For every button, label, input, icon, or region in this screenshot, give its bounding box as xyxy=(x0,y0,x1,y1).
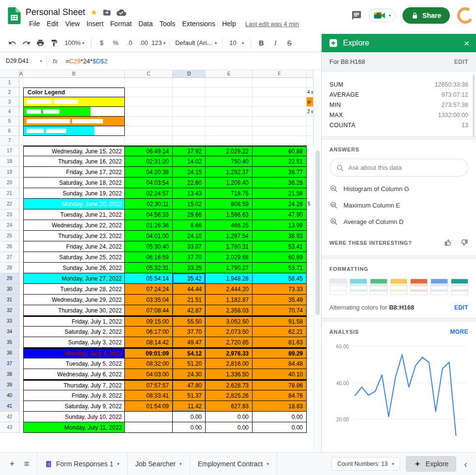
more-formats-button[interactable]: 123 ▾ xyxy=(151,37,165,49)
cell-e[interactable]: 2,029.68 xyxy=(206,252,253,263)
cell-g[interactable]: 5 xyxy=(307,199,313,209)
cell-d[interactable]: 0.00 xyxy=(173,412,206,422)
cell-c[interactable]: 04:03:00 xyxy=(125,369,173,380)
cell-d[interactable]: 24.15 xyxy=(173,167,206,178)
cell-e[interactable]: 466.25 xyxy=(206,220,253,231)
cell-f[interactable]: 53.41 xyxy=(253,241,307,252)
cell-g[interactable] xyxy=(307,156,313,167)
cell-d[interactable]: 11.42 xyxy=(173,401,206,412)
font-select[interactable]: Default (Ari... ▾ xyxy=(174,37,218,49)
cell-f[interactable]: 70.74 xyxy=(253,305,307,316)
cell[interactable] xyxy=(206,97,253,107)
cell-date[interactable]: Wednesday, June 15, 2022 xyxy=(23,146,125,156)
cell-date[interactable]: Sunday, June 19, 2022 xyxy=(23,188,125,199)
analysis-chart-card[interactable]: 60.0040.0020.00 xyxy=(329,341,468,436)
cell[interactable] xyxy=(125,88,173,97)
cell-e[interactable]: 2,029.22 xyxy=(206,146,253,156)
cell-d[interactable]: 29.66 xyxy=(173,209,206,220)
percent-format-button[interactable]: % xyxy=(109,37,122,49)
cell-d[interactable]: 8.66 xyxy=(173,220,206,231)
cell-date[interactable]: Friday, July 1, 2022 xyxy=(23,316,125,327)
cell-date[interactable]: Thursday, June 23, 2022 xyxy=(23,231,125,241)
cell-a[interactable] xyxy=(19,327,23,337)
cell-g[interactable] xyxy=(307,167,313,178)
cell-date[interactable]: Monday, July 4, 2022 xyxy=(23,348,125,358)
cell-date[interactable]: Thursday, July 7, 2022 xyxy=(23,380,125,390)
cell-d[interactable]: 37.92 xyxy=(173,146,206,156)
row-header[interactable]: 18 xyxy=(0,156,19,167)
cell-g[interactable] xyxy=(307,337,313,348)
cell-g[interactable]: 4 w xyxy=(307,88,313,97)
cell-c[interactable]: 07:24:24 xyxy=(125,284,173,295)
row-header[interactable]: 32 xyxy=(0,305,19,316)
cloud-saved-icon[interactable] xyxy=(117,8,126,17)
cell-date[interactable]: Monday, June 27, 2022 xyxy=(23,273,125,284)
cell-a[interactable] xyxy=(19,358,23,369)
cell-a[interactable] xyxy=(19,167,23,178)
cell-c[interactable]: 01:54:09 xyxy=(125,401,173,412)
cell-e[interactable]: 1,596.63 xyxy=(206,209,253,220)
cell-d[interactable]: 47.80 xyxy=(173,380,206,390)
row-header[interactable]: 33 xyxy=(0,316,19,327)
row-header[interactable]: 28 xyxy=(0,263,19,273)
cell-e[interactable]: 3,052.50 xyxy=(206,316,253,327)
cell[interactable] xyxy=(173,117,206,126)
menu-file[interactable]: File xyxy=(26,19,44,29)
paint-format-button[interactable] xyxy=(48,37,60,49)
increase-decimals-button[interactable]: .00 xyxy=(137,37,150,49)
cell-e[interactable]: 2,976.33 xyxy=(206,348,253,358)
row-header[interactable]: 3 xyxy=(0,97,19,107)
column-header-partial[interactable] xyxy=(307,70,313,78)
cell-f[interactable]: 84.48 xyxy=(253,358,307,369)
cell-e[interactable]: 1,297.54 xyxy=(206,231,253,241)
cell-a[interactable] xyxy=(19,241,23,252)
cell-c[interactable]: 05:54:14 xyxy=(125,273,173,284)
cell-e[interactable]: 0.00 xyxy=(206,422,253,433)
cell-c[interactable]: 08:14:42 xyxy=(125,337,173,348)
cell-c[interactable]: 07:57:57 xyxy=(125,380,173,390)
cell-g[interactable] xyxy=(307,273,313,284)
collapse-panel-icon[interactable]: ‹ xyxy=(464,459,467,470)
cell-a[interactable] xyxy=(19,220,23,231)
cell-a[interactable] xyxy=(19,146,23,156)
row-header[interactable]: 22 xyxy=(0,199,19,209)
row-header[interactable]: 4 xyxy=(0,107,19,117)
cell-g[interactable] xyxy=(307,252,313,263)
cell-date[interactable]: Friday, July 8, 2022 xyxy=(23,390,125,401)
row-header[interactable]: 19 xyxy=(0,167,19,178)
row-header[interactable]: 23 xyxy=(0,209,19,220)
cell-g[interactable]: w xyxy=(307,97,313,107)
cell-d[interactable]: 35.42 xyxy=(173,273,206,284)
row-header[interactable]: 40 xyxy=(0,390,19,401)
star-icon[interactable]: ★ xyxy=(90,9,97,16)
cell-g[interactable] xyxy=(307,146,313,156)
cell-g[interactable] xyxy=(307,284,313,295)
cell-a[interactable] xyxy=(19,199,23,209)
cell-e[interactable]: 750.40 xyxy=(206,156,253,167)
cell-c[interactable] xyxy=(125,412,173,422)
cell-date[interactable]: Thursday, June 16, 2022 xyxy=(23,156,125,167)
cell-c[interactable]: 02:31:20 xyxy=(125,156,173,167)
edit-formatting-button[interactable]: EDIT xyxy=(454,304,468,311)
format-swatch-6[interactable] xyxy=(431,279,448,295)
cell-a[interactable] xyxy=(19,337,23,348)
cell[interactable] xyxy=(125,107,173,117)
scrollbar-thumb[interactable] xyxy=(315,150,320,315)
cell-date[interactable]: Friday, June 24, 2022 xyxy=(23,241,125,252)
cell-e[interactable]: 2,825.26 xyxy=(206,390,253,401)
italic-button[interactable]: I xyxy=(269,37,282,49)
add-sheet-button[interactable]: + xyxy=(5,457,19,471)
cell-d[interactable]: 24.30 xyxy=(173,369,206,380)
cell-c[interactable]: 07:08:44 xyxy=(125,305,173,316)
row-header[interactable]: 27 xyxy=(0,252,19,263)
cell-c[interactable]: 03:35:04 xyxy=(125,295,173,305)
cell-g[interactable] xyxy=(307,241,313,252)
cell[interactable] xyxy=(253,126,307,136)
cell-c[interactable]: 08:33:41 xyxy=(125,390,173,401)
cell-f[interactable]: 40.10 xyxy=(253,369,307,380)
cell[interactable] xyxy=(253,97,307,107)
cell-g[interactable] xyxy=(307,316,313,327)
cell-date[interactable]: Sunday, June 26, 2022 xyxy=(23,263,125,273)
cell-g[interactable] xyxy=(307,295,313,305)
cell-a[interactable] xyxy=(19,178,23,188)
